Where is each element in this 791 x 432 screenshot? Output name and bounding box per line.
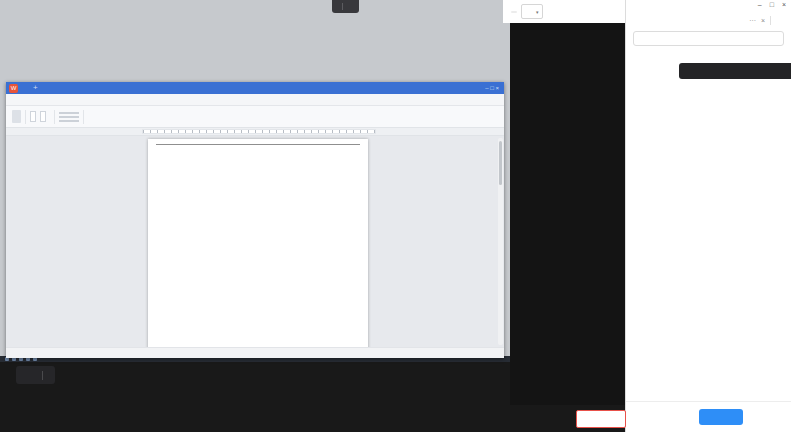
member-search bbox=[633, 31, 784, 46]
view-mode-dropdown[interactable]: ▾ bbox=[521, 4, 543, 19]
document-scrollbar[interactable] bbox=[498, 138, 503, 345]
picture-in-picture-icon[interactable] bbox=[559, 8, 567, 16]
fullscreen-icon[interactable] bbox=[547, 8, 555, 16]
shared-screen-view: W + – □ × bbox=[0, 0, 510, 362]
maximize-icon[interactable]: □ bbox=[770, 1, 774, 8]
wps-titlebar: W + – □ × bbox=[6, 82, 504, 94]
wps-new-tab-button[interactable]: + bbox=[31, 83, 40, 93]
more-options-icon[interactable]: ⋯ bbox=[749, 17, 756, 25]
panel-dock-icon[interactable] bbox=[776, 17, 784, 25]
meeting-timer bbox=[511, 11, 517, 13]
meeting-toolbar bbox=[0, 405, 625, 432]
members-icon bbox=[633, 17, 641, 25]
scroll-up-chevron[interactable] bbox=[510, 24, 625, 32]
scrollbar-thumb[interactable] bbox=[499, 141, 502, 185]
wps-document-area bbox=[6, 136, 504, 347]
wps-statusbar bbox=[6, 347, 504, 358]
video-thumbnail-sidebar bbox=[510, 23, 625, 405]
unmute-button[interactable] bbox=[699, 409, 743, 425]
member-search-input[interactable] bbox=[641, 34, 779, 43]
font-select[interactable] bbox=[30, 111, 36, 122]
meeting-topbar: ▾ bbox=[503, 0, 625, 23]
window-controls[interactable]: – □ × bbox=[758, 1, 786, 8]
wps-ribbon bbox=[6, 106, 504, 128]
minimize-icon[interactable]: – bbox=[758, 1, 762, 8]
paragraph-buttons[interactable] bbox=[59, 112, 79, 122]
course-info-table bbox=[156, 144, 360, 145]
emoji-icon[interactable] bbox=[23, 371, 32, 380]
close-panel-icon[interactable]: × bbox=[761, 17, 765, 24]
chevron-down-icon[interactable] bbox=[347, 4, 353, 10]
members-panel-header: ⋯ × bbox=[626, 13, 791, 28]
wps-window-controls[interactable]: – □ × bbox=[485, 85, 501, 91]
speaking-toast bbox=[679, 63, 791, 79]
caret-down-icon: ▾ bbox=[536, 9, 539, 15]
speaker-view-icon bbox=[525, 8, 532, 15]
leave-meeting-button[interactable] bbox=[576, 410, 626, 428]
wps-ruler bbox=[6, 128, 504, 136]
members-panel-footer bbox=[626, 401, 791, 432]
wps-menubar bbox=[6, 94, 504, 106]
font-size-select[interactable] bbox=[40, 111, 46, 122]
member-list bbox=[626, 51, 791, 402]
wps-logo: W bbox=[9, 84, 18, 93]
close-window-icon[interactable]: × bbox=[782, 1, 786, 8]
mic-muted-icon bbox=[684, 67, 692, 75]
members-panel: – □ × ⋯ × bbox=[625, 0, 791, 432]
meeting-app-window: W + – □ × bbox=[0, 0, 791, 432]
wps-word-window: W + – □ × bbox=[6, 82, 504, 358]
paste-icon[interactable] bbox=[12, 110, 21, 123]
quick-chat-bar[interactable] bbox=[16, 366, 55, 384]
watching-screen-banner bbox=[332, 0, 359, 13]
document-page bbox=[148, 139, 368, 347]
